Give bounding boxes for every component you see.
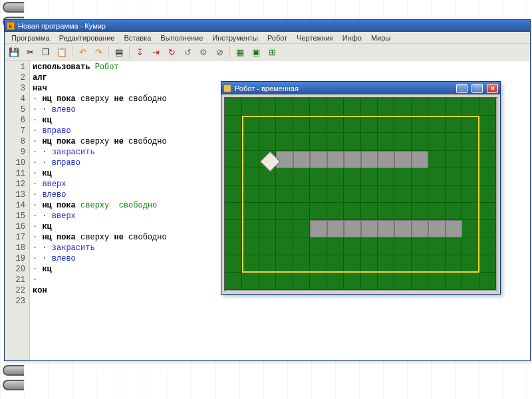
grid-cell[interactable] (394, 237, 411, 255)
close-button[interactable]: ✕ (487, 84, 498, 93)
grid-cell[interactable] (225, 98, 242, 116)
menu-миры[interactable]: Миры (367, 33, 394, 43)
grid-cell[interactable] (378, 273, 394, 290)
grid-cell[interactable] (276, 133, 293, 150)
grid-cell[interactable] (259, 273, 276, 290)
grid-cell[interactable] (327, 116, 344, 133)
grid-cell[interactable] (462, 220, 479, 237)
grid-cell[interactable] (276, 98, 293, 116)
menu-робот[interactable]: Робот (263, 33, 291, 43)
grid-cell[interactable] (344, 186, 360, 203)
grid-cell[interactable] (479, 220, 496, 237)
grid-cell[interactable] (378, 168, 394, 186)
grid-cell[interactable] (446, 186, 462, 203)
grid-cell[interactable] (378, 237, 394, 255)
grid-cell[interactable] (242, 220, 259, 237)
grid-cell[interactable] (412, 116, 428, 133)
grid-cell[interactable] (378, 186, 394, 203)
grid-cell[interactable] (361, 133, 378, 150)
grid-cell[interactable] (225, 186, 242, 203)
grid-cell[interactable] (462, 133, 479, 150)
grid-cell[interactable] (378, 255, 394, 273)
grid-cell[interactable] (446, 273, 462, 290)
robot-titlebar[interactable]: Робот - временная _ □ ✕ (221, 82, 500, 94)
redo-icon[interactable]: ↷ (91, 45, 106, 59)
grid-cell[interactable] (242, 168, 259, 186)
code-line[interactable] (33, 296, 527, 307)
grid-cell[interactable] (428, 273, 445, 290)
grid-cell[interactable] (394, 186, 411, 203)
grid-cell[interactable] (428, 116, 445, 133)
grid-cell[interactable] (225, 273, 242, 290)
grid-cell[interactable] (276, 273, 293, 290)
grid-cell[interactable] (462, 168, 479, 186)
menu-редактирование[interactable]: Редактирование (55, 33, 119, 43)
grid-cell[interactable] (225, 255, 242, 273)
undo-icon[interactable]: ↶ (75, 45, 90, 59)
grid-cell[interactable] (479, 237, 496, 255)
code-line[interactable]: использовать Робот (33, 62, 527, 72)
grid-cell[interactable] (462, 151, 479, 168)
grid-cell[interactable] (327, 186, 344, 203)
grid-cell[interactable] (462, 116, 479, 133)
grid-cell[interactable] (479, 255, 496, 273)
grid-cell[interactable] (242, 98, 259, 116)
grid-cell[interactable] (225, 203, 242, 220)
grid-cell[interactable] (310, 203, 327, 220)
cut-icon[interactable]: ✂ (23, 45, 37, 59)
robot-window[interactable]: Робот - временная _ □ ✕ (221, 81, 501, 295)
grid-cell[interactable] (327, 255, 344, 273)
grid-cell[interactable] (361, 116, 378, 133)
grid-cell[interactable] (446, 98, 462, 116)
grid-cell[interactable] (446, 151, 462, 168)
grid-cell[interactable] (412, 255, 428, 273)
grid-cell[interactable] (446, 203, 462, 220)
grid-cell[interactable] (479, 168, 496, 186)
grid-cell[interactable] (242, 273, 259, 290)
grid-cell[interactable] (378, 133, 394, 150)
run-icon[interactable]: ⇥ (148, 45, 163, 59)
grid-cell[interactable] (344, 116, 360, 133)
menu-инструменты[interactable]: Инструменты (208, 33, 262, 43)
grid-cell[interactable] (428, 186, 445, 203)
grid-cell[interactable] (276, 186, 293, 203)
grid-cell[interactable] (462, 237, 479, 255)
grid-green-icon[interactable]: ▦ (233, 45, 247, 59)
grid-cell[interactable] (242, 133, 259, 150)
grid-cell[interactable] (310, 273, 327, 290)
grid-cell[interactable] (276, 237, 293, 255)
grid-outline-icon[interactable]: ▣ (249, 45, 263, 59)
grid-cell[interactable] (462, 255, 479, 273)
minimize-button[interactable]: _ (456, 84, 467, 93)
grid-cell[interactable] (242, 255, 259, 273)
grid-cell[interactable] (293, 220, 310, 237)
grid-cell[interactable] (412, 203, 428, 220)
skip-icon[interactable]: ↺ (180, 45, 195, 59)
grid-cell[interactable] (479, 273, 496, 290)
grid-cell[interactable] (361, 186, 378, 203)
grid-cell[interactable] (344, 133, 360, 150)
grid-cell[interactable] (344, 255, 360, 273)
grid-cell[interactable] (276, 220, 293, 237)
grid-cell[interactable] (394, 133, 411, 150)
grid-cell[interactable] (225, 151, 242, 168)
grid-cell[interactable] (479, 98, 496, 116)
grid-cell[interactable] (293, 255, 310, 273)
grid-cell[interactable] (293, 116, 310, 133)
grid-cell[interactable] (394, 116, 411, 133)
grid-cell[interactable] (259, 220, 276, 237)
grid-cell[interactable] (259, 98, 276, 116)
grid-cell[interactable] (293, 273, 310, 290)
grid-cell[interactable] (259, 133, 276, 150)
grid-cell[interactable] (462, 203, 479, 220)
grid-cell[interactable] (479, 186, 496, 203)
loop-icon[interactable]: ↻ (164, 45, 179, 59)
grid-cell[interactable] (344, 168, 360, 186)
grid-cell[interactable] (259, 168, 276, 186)
grid-cell[interactable] (428, 255, 445, 273)
grid-cell[interactable] (344, 273, 360, 290)
grid-cell[interactable] (225, 237, 242, 255)
grid-cell[interactable] (428, 203, 445, 220)
paste-icon[interactable]: 📋 (55, 45, 69, 59)
grid-cell[interactable] (310, 168, 327, 186)
